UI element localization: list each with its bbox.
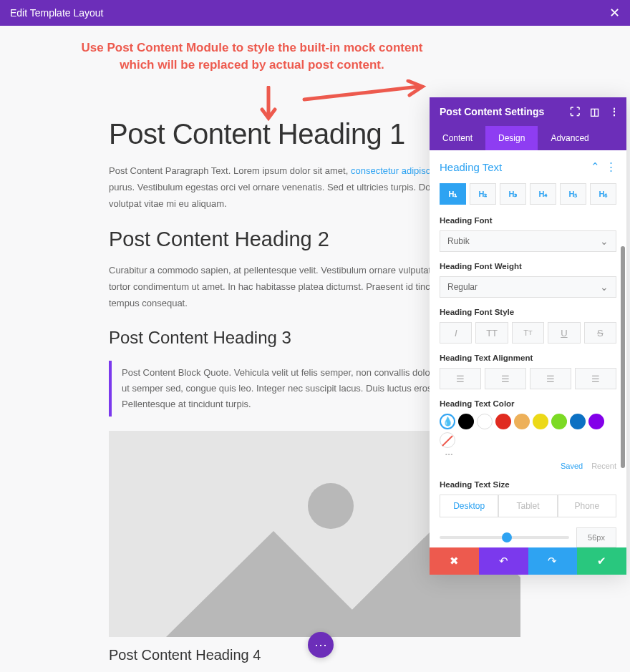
redo-button[interactable]: ↷ — [528, 547, 578, 575]
color-swatch[interactable] — [477, 414, 493, 429]
heading-h4[interactable]: H₄ — [530, 183, 556, 205]
close-icon[interactable]: ✕ — [609, 5, 620, 21]
heading-h6[interactable]: H₆ — [590, 183, 616, 205]
scrollbar[interactable] — [621, 246, 625, 468]
discard-button[interactable]: ✖ — [430, 547, 479, 575]
page-title: Edit Template Layout — [10, 7, 104, 19]
color-swatch[interactable] — [588, 414, 604, 429]
panel-header: Post Content Settings ⛶ ◫ ⋮ — [430, 97, 626, 126]
panel-actions: ✖ ↶ ↷ ✔ — [430, 547, 626, 575]
heading-h3[interactable]: H₃ — [500, 183, 526, 205]
uppercase-button[interactable]: TT — [475, 322, 508, 344]
annotation-text: Use Post Content Module to style the bui… — [67, 39, 437, 74]
svg-point-0 — [308, 483, 354, 529]
panel-body: Heading Text ⌃⋮ H₁ H₂ H₃ H₄ H₅ H₆ Headin… — [430, 150, 626, 547]
expand-icon[interactable]: ⛶ — [570, 106, 580, 117]
undo-button[interactable]: ↶ — [479, 547, 528, 575]
align-center-button[interactable]: ☰ — [485, 368, 526, 389]
size-value[interactable]: 56px — [576, 527, 616, 547]
accordion-heading-text[interactable]: Heading Text ⌃⋮ — [440, 160, 616, 173]
weight-select[interactable]: Regular — [440, 276, 616, 298]
heading-h1[interactable]: H₁ — [440, 183, 466, 205]
label-font: Heading Font — [440, 216, 616, 225]
recent-tab[interactable]: Recent — [591, 462, 616, 470]
snap-icon[interactable]: ◫ — [590, 106, 599, 117]
label-weight: Heading Font Weight — [440, 262, 616, 271]
save-button[interactable]: ✔ — [577, 547, 626, 575]
top-bar: Edit Template Layout ✕ — [0, 0, 630, 26]
chevron-up-icon: ⌃ — [591, 160, 600, 173]
color-picker-button[interactable]: 💧 — [440, 414, 455, 429]
font-select[interactable]: Rubik — [440, 230, 616, 252]
label-style: Heading Font Style — [440, 308, 616, 316]
align-left-button[interactable]: ☰ — [440, 368, 481, 389]
heading-h2[interactable]: H₂ — [470, 183, 496, 205]
align-right-button[interactable]: ☰ — [530, 368, 571, 389]
device-tablet[interactable]: Tablet — [498, 495, 557, 517]
italic-button[interactable]: I — [440, 322, 472, 344]
color-swatch[interactable] — [533, 414, 548, 429]
size-slider[interactable] — [440, 536, 569, 539]
panel-tabs: Content Design Advanced — [430, 126, 626, 150]
more-icon[interactable]: ⋮ — [609, 106, 619, 117]
device-phone[interactable]: Phone — [558, 495, 616, 517]
color-none[interactable] — [440, 432, 455, 448]
color-swatch[interactable] — [458, 414, 474, 429]
menu-icon[interactable]: ⋮ — [606, 160, 616, 173]
drag-handle-icon[interactable]: ••• — [445, 451, 616, 457]
saved-tab[interactable]: Saved — [561, 462, 583, 470]
settings-panel: Post Content Settings ⛶ ◫ ⋮ Content Desi… — [430, 97, 626, 575]
heading-level-tabs: H₁ H₂ H₃ H₄ H₅ H₆ — [440, 183, 616, 205]
heading-h5[interactable]: H₅ — [560, 183, 586, 205]
tab-design[interactable]: Design — [485, 126, 538, 150]
color-swatch[interactable] — [514, 414, 530, 429]
strikethrough-button[interactable]: S — [584, 322, 616, 344]
smallcaps-button[interactable]: TT — [512, 322, 544, 344]
tab-advanced[interactable]: Advanced — [538, 126, 601, 150]
tab-content[interactable]: Content — [430, 126, 485, 150]
color-swatch[interactable] — [551, 414, 567, 429]
color-swatch[interactable] — [570, 414, 586, 429]
fab-button[interactable]: ⋯ — [308, 632, 334, 658]
panel-title: Post Content Settings — [440, 106, 544, 117]
label-align: Heading Text Alignment — [440, 354, 616, 362]
color-swatch[interactable] — [495, 414, 511, 429]
device-desktop[interactable]: Desktop — [440, 495, 498, 517]
label-size: Heading Text Size — [440, 480, 616, 489]
underline-button[interactable]: U — [548, 322, 580, 344]
align-justify-button[interactable]: ☰ — [575, 368, 616, 389]
label-color: Heading Text Color — [440, 399, 616, 408]
